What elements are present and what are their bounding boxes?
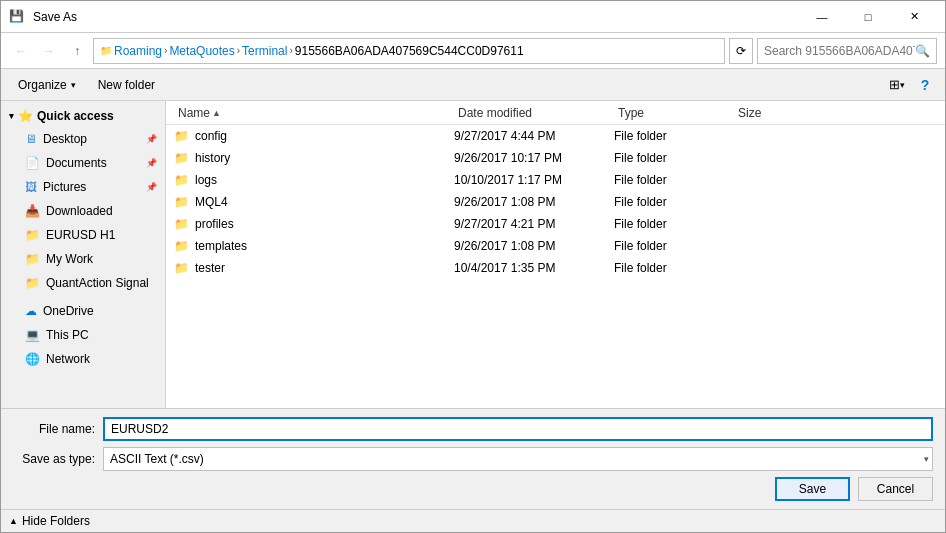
eurusd-folder-icon: 📁 [25, 228, 40, 242]
new-folder-label: New folder [98, 78, 155, 92]
breadcrumb-terminal[interactable]: Terminal [242, 44, 287, 58]
sidebar-item-quantaction[interactable]: 📁 QuantAction Signal [1, 271, 165, 295]
file-name-input[interactable] [103, 417, 933, 441]
breadcrumb-metaquotes[interactable]: MetaQuotes [169, 44, 234, 58]
sidebar-item-pictures[interactable]: 🖼 Pictures 📌 [1, 175, 165, 199]
window-title: Save As [33, 10, 77, 24]
up-button[interactable]: ↑ [65, 39, 89, 63]
breadcrumb-bar: 📁 Roaming › MetaQuotes › Terminal › 9155… [93, 38, 725, 64]
save-as-type-label: Save as type: [13, 452, 103, 466]
view-grid-icon: ⊞ [889, 77, 900, 92]
file-name-cell: tester [195, 261, 225, 275]
cancel-button[interactable]: Cancel [858, 477, 933, 501]
column-type-label: Type [618, 106, 644, 120]
hide-folders-label: Hide Folders [22, 514, 90, 528]
sidebar-quick-access-header[interactable]: ▾ ⭐ Quick access [1, 105, 165, 127]
file-cell-name: 📁 tester [174, 261, 454, 275]
sidebar-eurusd-label: EURUSD H1 [46, 228, 115, 242]
close-button[interactable]: ✕ [891, 1, 937, 33]
quantaction-folder-icon: 📁 [25, 276, 40, 290]
toolbar: Organize ▾ New folder ⊞ ▾ ? [1, 69, 945, 101]
search-box: 🔍 [757, 38, 937, 64]
back-button[interactable]: ← [9, 39, 33, 63]
sidebar-item-desktop[interactable]: 🖥 Desktop 📌 [1, 127, 165, 151]
save-as-type-wrapper: ASCII Text (*.csv) ▾ [103, 447, 933, 471]
pictures-folder-icon: 🖼 [25, 180, 37, 194]
column-date-label: Date modified [458, 106, 532, 120]
hide-folders-chevron-icon: ▲ [9, 516, 18, 526]
sidebar-item-mywork[interactable]: 📁 My Work [1, 247, 165, 271]
forward-button[interactable]: → [37, 39, 61, 63]
sidebar-desktop-label: Desktop [43, 132, 87, 146]
sidebar-item-thispc[interactable]: 💻 This PC [1, 323, 165, 347]
column-size-label: Size [738, 106, 761, 120]
view-button[interactable]: ⊞ ▾ [885, 73, 909, 97]
sidebar-item-network[interactable]: 🌐 Network [1, 347, 165, 371]
sidebar-item-onedrive[interactable]: ☁ OneDrive [1, 299, 165, 323]
breadcrumb-roaming[interactable]: Roaming [114, 44, 162, 58]
table-row[interactable]: 📁 history 9/26/2017 10:17 PM File folder [166, 147, 945, 169]
table-row[interactable]: 📁 MQL4 9/26/2017 1:08 PM File folder [166, 191, 945, 213]
onedrive-icon: ☁ [25, 304, 37, 318]
save-as-dialog: 💾 Save As — □ ✕ ← → ↑ 📁 Roaming › MetaQu… [0, 0, 946, 533]
maximize-button[interactable]: □ [845, 1, 891, 33]
sidebar-onedrive-label: OneDrive [43, 304, 94, 318]
sidebar-item-documents[interactable]: 📄 Documents 📌 [1, 151, 165, 175]
file-cell-name: 📁 history [174, 151, 454, 165]
table-row[interactable]: 📁 config 9/27/2017 4:44 PM File folder [166, 125, 945, 147]
sidebar-item-eurusd[interactable]: 📁 EURUSD H1 [1, 223, 165, 247]
sidebar-network-label: Network [46, 352, 90, 366]
minimize-button[interactable]: — [799, 1, 845, 33]
documents-pin-icon: 📌 [146, 158, 157, 168]
table-row[interactable]: 📁 logs 10/10/2017 1:17 PM File folder [166, 169, 945, 191]
sort-chevron-icon: ▲ [212, 108, 221, 118]
file-folder-icon: 📁 [174, 239, 189, 253]
file-cell-type: File folder [614, 151, 734, 165]
column-name-header[interactable]: Name ▲ [174, 101, 454, 125]
column-date-header[interactable]: Date modified [454, 101, 614, 125]
title-bar: 💾 Save As — □ ✕ [1, 1, 945, 33]
sidebar-mywork-label: My Work [46, 252, 93, 266]
table-row[interactable]: 📁 profiles 9/27/2017 4:21 PM File folder [166, 213, 945, 235]
hide-folders-bar[interactable]: ▲ Hide Folders [1, 509, 945, 532]
new-folder-button[interactable]: New folder [89, 73, 164, 97]
window-icon: 💾 [9, 9, 25, 25]
file-cell-type: File folder [614, 217, 734, 231]
file-folder-icon: 📁 [174, 261, 189, 275]
column-size-header[interactable]: Size [734, 101, 814, 125]
title-bar-left: 💾 Save As [9, 9, 77, 25]
file-cell-date: 9/27/2017 4:21 PM [454, 217, 614, 231]
save-as-type-select[interactable]: ASCII Text (*.csv) [103, 447, 933, 471]
search-input[interactable] [764, 44, 915, 58]
breadcrumb-chevron-2: › [237, 45, 240, 56]
file-cell-date: 9/26/2017 1:08 PM [454, 195, 614, 209]
sidebar-item-downloaded[interactable]: 📥 Downloaded [1, 199, 165, 223]
help-button[interactable]: ? [913, 73, 937, 97]
refresh-button[interactable]: ⟳ [729, 38, 753, 64]
desktop-folder-icon: 🖥 [25, 132, 37, 146]
sidebar: ▾ ⭐ Quick access 🖥 Desktop 📌 📄 Documents… [1, 101, 166, 408]
table-row[interactable]: 📁 tester 10/4/2017 1:35 PM File folder [166, 257, 945, 279]
file-cell-type: File folder [614, 129, 734, 143]
file-folder-icon: 📁 [174, 173, 189, 187]
organize-button[interactable]: Organize ▾ [9, 73, 85, 97]
file-name-cell: profiles [195, 217, 234, 231]
network-icon: 🌐 [25, 352, 40, 366]
title-controls: — □ ✕ [799, 1, 937, 33]
action-row: Save Cancel [13, 477, 933, 501]
file-cell-date: 10/4/2017 1:35 PM [454, 261, 614, 275]
table-row[interactable]: 📁 templates 9/26/2017 1:08 PM File folde… [166, 235, 945, 257]
column-type-header[interactable]: Type [614, 101, 734, 125]
file-name-cell: config [195, 129, 227, 143]
file-name-label: File name: [13, 422, 103, 436]
save-button[interactable]: Save [775, 477, 850, 501]
organize-label: Organize [18, 78, 67, 92]
file-cell-date: 9/27/2017 4:44 PM [454, 129, 614, 143]
thispc-icon: 💻 [25, 328, 40, 342]
save-as-type-row: Save as type: ASCII Text (*.csv) ▾ [13, 447, 933, 471]
file-cell-name: 📁 logs [174, 173, 454, 187]
file-name-cell: templates [195, 239, 247, 253]
main-area: ▾ ⭐ Quick access 🖥 Desktop 📌 📄 Documents… [1, 101, 945, 408]
file-cell-name: 📁 config [174, 129, 454, 143]
file-cell-type: File folder [614, 261, 734, 275]
